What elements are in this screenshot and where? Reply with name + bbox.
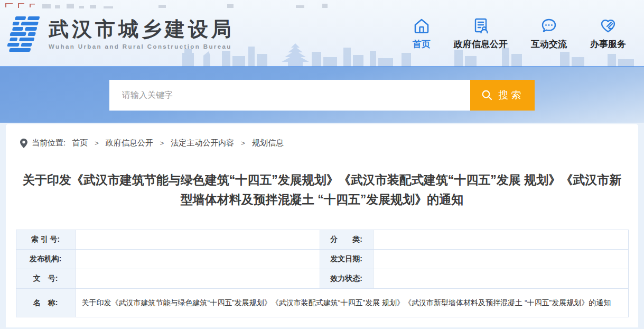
nav-item-services[interactable]: 办事服务 [590, 17, 626, 50]
publish-date-label: 发文日期: [320, 250, 373, 269]
category-label: 分 类: [320, 230, 373, 250]
breadcrumb-item-planning-info[interactable]: 规划信息 [252, 138, 284, 148]
search-banner: 搜索 [0, 67, 644, 123]
site-header: 武汉市城乡建设局 Wuhan Urban and Rural Construct… [0, 0, 644, 67]
validity-status-label: 效力状态: [320, 269, 373, 289]
info-disclosure-icon [472, 17, 489, 34]
interaction-icon [540, 17, 557, 34]
site-title: 武汉市城乡建设局 [49, 17, 235, 41]
search-box: 搜索 [109, 80, 535, 111]
publisher-label: 发布机构: [16, 250, 75, 269]
nav-item-info-disclosure[interactable]: 政府信息公开 [454, 17, 508, 50]
nav-label: 互动交流 [531, 38, 567, 50]
nav-item-home[interactable]: 首页 [413, 17, 431, 50]
name-label: 名 称: [16, 289, 75, 317]
publish-date-value [373, 250, 628, 269]
bureau-logo-icon [6, 15, 41, 53]
breadcrumb-item-home[interactable]: 首页 [72, 138, 88, 148]
search-button-label: 搜索 [499, 88, 524, 102]
table-row: 文 号: 效力状态: [16, 269, 628, 289]
document-info-table: 索 引 号: 分 类: 发布机构: 发文日期: 文 号: 效力状态: 名 称: … [16, 230, 629, 317]
document-number-label: 文 号: [16, 269, 75, 289]
index-number-label: 索 引 号: [16, 230, 75, 250]
breadcrumb-separator: > [160, 139, 164, 147]
nav-label: 办事服务 [590, 38, 626, 50]
nav-label: 首页 [413, 38, 431, 50]
publisher-value [75, 250, 320, 269]
table-row: 索 引 号: 分 类: [16, 230, 628, 250]
nav-label: 政府信息公开 [454, 38, 508, 50]
home-icon [413, 17, 430, 34]
search-button[interactable]: 搜索 [470, 80, 535, 111]
document-title: 关于印发《武汉市建筑节能与绿色建筑“十四五”发展规划》《武汉市装配式建筑“十四五… [18, 170, 626, 209]
site-logo-area[interactable]: 武汉市城乡建设局 Wuhan Urban and Rural Construct… [6, 14, 235, 53]
breadcrumb-separator: > [95, 139, 99, 147]
table-row: 发布机构: 发文日期: [16, 250, 628, 269]
site-title-english: Wuhan Urban and Rural Construction Burea… [49, 43, 235, 50]
top-navigation: 首页 政府信息公开 互动交流 办事服务 [413, 17, 626, 50]
location-pin-icon [20, 139, 27, 148]
name-value: 关于印发《武汉市建筑节能与绿色建筑“十四五”发展规划》《武汉市装配式建筑“十四五… [75, 289, 628, 317]
index-number-value [75, 230, 320, 250]
validity-status-value [373, 269, 628, 289]
service-icon [600, 17, 617, 34]
breadcrumb-item-statutory-disclosure[interactable]: 法定主动公开内容 [171, 138, 234, 148]
category-value [373, 230, 628, 250]
document-number-value [75, 269, 320, 289]
breadcrumb-prefix: 当前位置: [32, 138, 66, 148]
nav-item-interaction[interactable]: 互动交流 [531, 17, 567, 50]
content-card: 当前位置: 首页 > 政府信息公开 > 法定主动公开内容 > 规划信息 关于印发… [6, 124, 638, 327]
table-row: 名 称: 关于印发《武汉市建筑节能与绿色建筑“十四五”发展规划》《武汉市装配式建… [16, 289, 628, 317]
breadcrumb: 当前位置: 首页 > 政府信息公开 > 法定主动公开内容 > 规划信息 [20, 138, 638, 148]
breadcrumb-separator: > [241, 139, 245, 147]
breadcrumb-item-info-disclosure[interactable]: 政府信息公开 [106, 138, 153, 148]
search-input[interactable] [109, 80, 470, 111]
search-icon [481, 89, 492, 100]
